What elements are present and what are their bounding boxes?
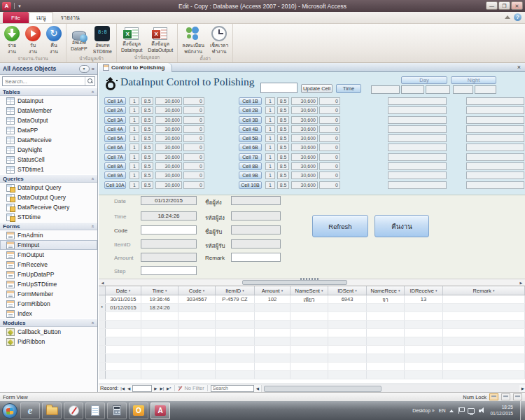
sidebar-item-datainput-query[interactable]: DataInput Query xyxy=(0,183,97,192)
column-header-remark[interactable]: Remark▾ xyxy=(443,286,525,295)
row-selector[interactable] xyxy=(99,363,106,370)
return-work-button[interactable]: คืนงาน xyxy=(374,215,429,237)
row-selector[interactable] xyxy=(99,329,106,337)
sidebar-item-datainput[interactable]: DataInput xyxy=(0,96,97,106)
ribbon-button-ลงทะเบียน-พนักงาน[interactable]: ลงทะเบียนพนักงาน xyxy=(180,25,206,55)
form-horizontal-scrollbar[interactable]: ◀ ▶ xyxy=(99,279,525,286)
scroll-left-icon[interactable]: ◀ xyxy=(99,280,106,286)
datasheet-view-icon[interactable] xyxy=(501,393,510,400)
sidebar-item-index[interactable]: Index xyxy=(0,309,97,318)
column-header-idreceive[interactable]: IDReceive▾ xyxy=(405,286,443,295)
restore-button[interactable]: ❐ xyxy=(498,1,510,10)
column-header-code[interactable]: Code▾ xyxy=(178,286,216,295)
scroll-right-icon[interactable]: ▶ xyxy=(517,280,525,286)
row-selector[interactable] xyxy=(99,295,106,303)
ribbon-button-ดึงข้อมูล-datainput[interactable]: ดึงข้อมูลDataInput xyxy=(119,25,144,53)
ribbon-tab-รายงาน[interactable]: รายงาน xyxy=(53,12,86,23)
cell-button-cell-1a[interactable]: Cell 1A xyxy=(104,97,126,105)
last-record-icon[interactable]: ▶| xyxy=(159,385,164,392)
action-center-icon[interactable] xyxy=(458,407,463,414)
design-view-icon[interactable] xyxy=(513,393,522,400)
desktop-toolbar[interactable]: Desktop » xyxy=(412,408,435,413)
column-header-date[interactable]: Date▾ xyxy=(106,286,141,295)
minimize-ribbon-icon[interactable] xyxy=(505,15,510,19)
minimize-button[interactable]: — xyxy=(486,1,498,10)
sidebar-item-pidribbon[interactable]: PidRibbon xyxy=(0,337,97,346)
ribbon-button-รับ-งาน[interactable]: รับงาน xyxy=(23,25,43,55)
datasheet-scroll-right-icon[interactable]: ▶ xyxy=(521,385,525,392)
sidebar-item-fmupdatapp[interactable]: FmUpDataPP xyxy=(0,270,97,279)
column-header-namesent[interactable]: NameSent▾ xyxy=(290,286,328,295)
column-header-time[interactable]: Time▾ xyxy=(141,286,178,295)
quick-access-dropdown-icon[interactable]: ▼ xyxy=(18,4,22,8)
network-icon[interactable] xyxy=(468,408,475,414)
cell-button-cell-8b[interactable]: Cell 8B xyxy=(239,162,262,170)
clock[interactable]: 18:25 01/12/2015 xyxy=(490,405,513,417)
collapse-pane-icon[interactable]: « xyxy=(92,66,94,72)
cell-button-cell-5b[interactable]: Cell 5B xyxy=(239,134,262,142)
sidebar-item-fminput[interactable]: FmInput xyxy=(0,240,97,250)
sidebar-item-fmadmin[interactable]: FmAdmin xyxy=(0,230,97,240)
cell-button-cell-2b[interactable]: Cell 2B xyxy=(239,106,262,114)
row-selector[interactable] xyxy=(99,354,106,362)
cell-button-cell-7a[interactable]: Cell 7A xyxy=(104,153,126,161)
taskbar-explorer-icon[interactable] xyxy=(42,402,62,419)
column-header-amount[interactable]: Amount▾ xyxy=(255,286,290,295)
nav-pane-menu-icon[interactable]: ▼ xyxy=(79,65,90,73)
row-selector[interactable] xyxy=(99,371,106,379)
datasheet-scroll-left-icon[interactable]: ◀ xyxy=(255,385,260,392)
sidebar-item-fmoutput[interactable]: FmOutput xyxy=(0,250,97,260)
sidebar-item-stdtime[interactable]: STDtime xyxy=(0,212,97,222)
row-selector[interactable] xyxy=(99,312,106,320)
sidebar-item-datareceive[interactable]: DataReceive xyxy=(0,135,97,145)
ribbon-tab-เมนู[interactable]: เมนู xyxy=(29,12,53,23)
cell-button-cell-9a[interactable]: Cell 9A xyxy=(104,172,126,179)
column-header-namerece[interactable]: NameRece▾ xyxy=(367,286,405,295)
form-view-icon[interactable] xyxy=(489,393,498,400)
sidebar-item-stdtime1[interactable]: STDtime1 xyxy=(0,164,97,174)
ribbon-button-จ่าย-งาน[interactable]: จ่ายงาน xyxy=(2,25,22,55)
close-form-icon[interactable]: × xyxy=(517,64,525,71)
cell-button-cell-6b[interactable]: Cell 6B xyxy=(239,144,262,151)
cell-button-cell-3a[interactable]: Cell 3A xyxy=(104,116,126,124)
taskbar-ie-icon[interactable]: e xyxy=(20,402,40,419)
column-header-idsent[interactable]: IDSent▾ xyxy=(328,286,367,295)
volume-icon[interactable] xyxy=(479,407,486,414)
next-record-icon[interactable]: ▶ xyxy=(153,385,158,392)
language-indicator[interactable]: EN xyxy=(439,408,446,413)
access-app-icon[interactable]: A xyxy=(2,2,11,10)
sidebar-item-fmupstdtime[interactable]: FmUpSTDtime xyxy=(0,279,97,289)
ribbon-button-เช็คเวลา-ทำงาน[interactable]: เช็คเวลาทำงาน xyxy=(208,25,230,55)
search-icon[interactable] xyxy=(85,77,94,85)
update-cell-input[interactable] xyxy=(260,83,298,93)
sidebar-item-dataoutput-query[interactable]: DataOutput Query xyxy=(0,192,97,202)
cell-button-cell-9b[interactable]: Cell 9B xyxy=(239,172,262,179)
taskbar-notepad-icon[interactable] xyxy=(85,402,105,419)
sidebar-item-datareceive-query[interactable]: DataReceive Query xyxy=(0,202,97,212)
taskbar-outlook-icon[interactable]: O xyxy=(129,402,148,419)
cell-button-cell-4a[interactable]: Cell 4A xyxy=(104,125,126,133)
cell-button-cell-3b[interactable]: Cell 3B xyxy=(239,116,262,124)
nav-section-header-modules[interactable]: Modules« xyxy=(0,318,97,327)
cell-button-cell-7b[interactable]: Cell 7B xyxy=(239,153,262,161)
ribbon-tab-file[interactable]: File xyxy=(3,12,29,23)
taskbar-access-icon[interactable]: A xyxy=(150,402,170,419)
ribbon-button-อัพเดท-datafp[interactable]: อัพเดทDataFP xyxy=(69,25,90,52)
cell-button-cell-10b[interactable]: Cell 10B xyxy=(239,181,262,189)
filter-status[interactable]: No Filter xyxy=(178,385,204,391)
column-header-itemid[interactable]: ItemID▾ xyxy=(216,286,255,295)
cell-button-cell-6a[interactable]: Cell 6A xyxy=(104,144,126,151)
sidebar-item-daynight[interactable]: DayNight xyxy=(0,145,97,155)
splitter-handle[interactable] xyxy=(300,278,318,280)
cell-button-cell-10a[interactable]: Cell 10A xyxy=(104,181,126,189)
row-selector[interactable]: * xyxy=(99,304,106,312)
remark-field[interactable] xyxy=(231,253,281,262)
sidebar-item-datapp[interactable]: DataPP xyxy=(0,125,97,135)
sidebar-item-dataoutput[interactable]: DataOutput xyxy=(0,115,97,125)
cell-button-cell-8a[interactable]: Cell 8A xyxy=(104,162,126,170)
nav-section-header-tables[interactable]: Tables« xyxy=(0,88,97,96)
sidebar-item-datamember[interactable]: DataMember xyxy=(0,106,97,115)
record-search-input[interactable] xyxy=(211,385,254,392)
cell-button-cell-1b[interactable]: Cell 1B xyxy=(239,97,262,105)
code-field[interactable] xyxy=(141,225,197,234)
